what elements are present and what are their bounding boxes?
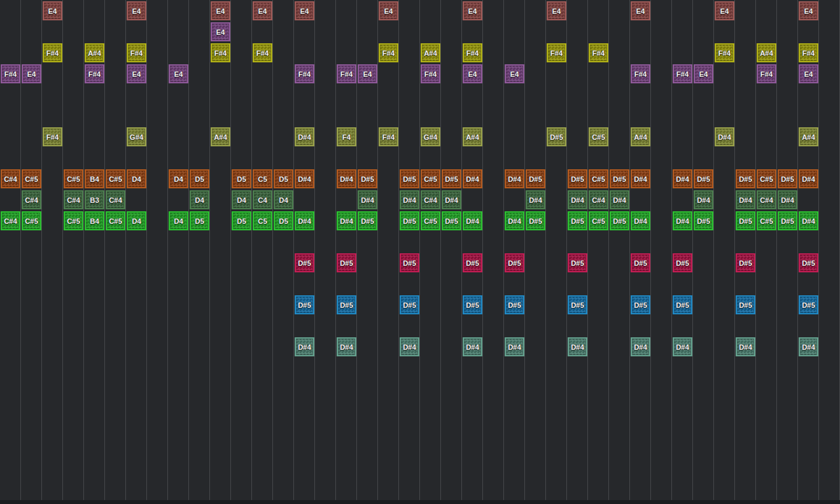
note-block[interactable]: F#4 xyxy=(337,64,356,83)
note-block[interactable]: D#4 xyxy=(799,337,818,356)
note-block[interactable]: D#4 xyxy=(295,169,314,188)
note-block[interactable]: B3 xyxy=(85,190,104,209)
note-block[interactable]: D4 xyxy=(169,169,188,188)
note-block[interactable]: D5 xyxy=(232,169,251,188)
note-block[interactable]: D#5 xyxy=(526,169,545,188)
note-block[interactable]: D#4 xyxy=(337,337,356,356)
note-block[interactable]: D#5 xyxy=(673,295,692,314)
note-block[interactable]: E4 xyxy=(694,64,713,83)
note-block[interactable]: E4 xyxy=(463,64,482,83)
note-block[interactable]: D#5 xyxy=(358,211,377,230)
note-block[interactable]: C#5 xyxy=(421,169,440,188)
note-block[interactable]: D#5 xyxy=(736,253,755,272)
note-block[interactable]: A#4 xyxy=(631,127,650,146)
note-block[interactable]: C5 xyxy=(253,169,272,188)
note-block[interactable]: C#5 xyxy=(589,211,608,230)
note-block[interactable]: D#5 xyxy=(694,169,713,188)
note-block[interactable]: D#5 xyxy=(799,295,818,314)
note-block[interactable]: D#5 xyxy=(736,169,755,188)
note-block[interactable]: D#4 xyxy=(673,211,692,230)
note-block[interactable]: D#4 xyxy=(505,211,524,230)
note-block[interactable]: D#4 xyxy=(631,211,650,230)
note-block[interactable]: D#5 xyxy=(631,253,650,272)
note-block[interactable]: D#5 xyxy=(295,253,314,272)
note-block[interactable]: D#5 xyxy=(442,169,461,188)
note-block[interactable]: B4 xyxy=(85,211,104,230)
note-block[interactable]: D#5 xyxy=(610,211,629,230)
note-block[interactable]: D4 xyxy=(127,169,146,188)
note-block[interactable]: C#5 xyxy=(106,169,125,188)
note-block[interactable]: D#5 xyxy=(400,211,419,230)
note-block[interactable]: E4 xyxy=(127,1,146,20)
note-block[interactable]: F#4 xyxy=(379,43,398,62)
note-block[interactable]: D#5 xyxy=(337,253,356,272)
note-block[interactable]: D#5 xyxy=(568,253,587,272)
note-block[interactable]: C#4 xyxy=(421,190,440,209)
note-block[interactable]: D#4 xyxy=(295,211,314,230)
note-block[interactable]: D#4 xyxy=(610,190,629,209)
note-block[interactable]: F#4 xyxy=(43,127,62,146)
note-block[interactable]: C5 xyxy=(253,211,272,230)
note-block[interactable]: D#5 xyxy=(694,211,713,230)
note-block[interactable]: D#4 xyxy=(295,127,314,146)
note-block[interactable]: F#4 xyxy=(463,43,482,62)
note-block[interactable]: D#5 xyxy=(358,169,377,188)
note-block[interactable]: E4 xyxy=(127,64,146,83)
note-block[interactable]: D4 xyxy=(274,190,293,209)
note-block[interactable]: D#4 xyxy=(463,211,482,230)
note-block[interactable]: E4 xyxy=(547,1,566,20)
note-block[interactable]: F#4 xyxy=(43,43,62,62)
note-block[interactable]: D#4 xyxy=(337,211,356,230)
note-block[interactable]: D#5 xyxy=(526,211,545,230)
note-block[interactable]: A#4 xyxy=(757,43,776,62)
note-block[interactable]: D#5 xyxy=(568,169,587,188)
note-block[interactable]: D#5 xyxy=(400,295,419,314)
note-block[interactable]: F#4 xyxy=(421,64,440,83)
note-block[interactable]: D#4 xyxy=(463,337,482,356)
note-block[interactable]: D5 xyxy=(232,211,251,230)
note-block[interactable]: E4 xyxy=(505,64,524,83)
note-block[interactable]: C#5 xyxy=(589,127,608,146)
note-block[interactable]: F#4 xyxy=(631,64,650,83)
note-block[interactable]: D#4 xyxy=(337,169,356,188)
note-block[interactable]: D#4 xyxy=(715,127,734,146)
note-block[interactable]: D#4 xyxy=(631,337,650,356)
note-block[interactable]: E4 xyxy=(211,1,230,20)
note-block[interactable]: F#4 xyxy=(127,43,146,62)
note-block[interactable]: F#4 xyxy=(715,43,734,62)
note-block[interactable]: C#4 xyxy=(589,190,608,209)
note-block[interactable]: D#4 xyxy=(736,190,755,209)
note-block[interactable]: C#5 xyxy=(22,169,41,188)
note-block[interactable]: G#4 xyxy=(127,127,146,146)
note-block[interactable]: D#5 xyxy=(799,253,818,272)
note-block[interactable]: C#4 xyxy=(106,190,125,209)
note-block[interactable]: D4 xyxy=(232,190,251,209)
note-block[interactable]: D#5 xyxy=(736,211,755,230)
note-block[interactable]: G#4 xyxy=(421,127,440,146)
note-block[interactable]: F#4 xyxy=(547,43,566,62)
note-block[interactable]: D#4 xyxy=(505,169,524,188)
note-block[interactable]: D#4 xyxy=(568,190,587,209)
note-block[interactable]: D#5 xyxy=(442,211,461,230)
note-block[interactable]: D#5 xyxy=(778,169,797,188)
note-block[interactable]: F#4 xyxy=(379,127,398,146)
note-block[interactable]: E4 xyxy=(295,1,314,20)
note-block[interactable]: B4 xyxy=(85,169,104,188)
note-block[interactable]: E4 xyxy=(358,64,377,83)
note-block[interactable]: D#5 xyxy=(547,127,566,146)
note-block[interactable]: E4 xyxy=(631,1,650,20)
note-block[interactable]: D4 xyxy=(169,211,188,230)
note-block[interactable]: A#4 xyxy=(463,127,482,146)
note-block[interactable]: D4 xyxy=(127,211,146,230)
piano-roll[interactable]: E4E4E4E4E4E4E4E4E4E4E4E4F#4A#4F#4F#4F#4F… xyxy=(0,0,840,504)
note-block[interactable]: D#4 xyxy=(568,337,587,356)
note-block[interactable]: D#5 xyxy=(505,253,524,272)
note-block[interactable]: C#5 xyxy=(757,211,776,230)
note-block[interactable]: C#4 xyxy=(64,190,83,209)
note-block[interactable]: D#5 xyxy=(505,295,524,314)
note-block[interactable]: A#4 xyxy=(211,127,230,146)
note-block[interactable]: D#5 xyxy=(736,295,755,314)
note-block[interactable]: D#5 xyxy=(400,169,419,188)
note-block[interactable]: C#5 xyxy=(64,169,83,188)
note-block[interactable]: E4 xyxy=(22,64,41,83)
